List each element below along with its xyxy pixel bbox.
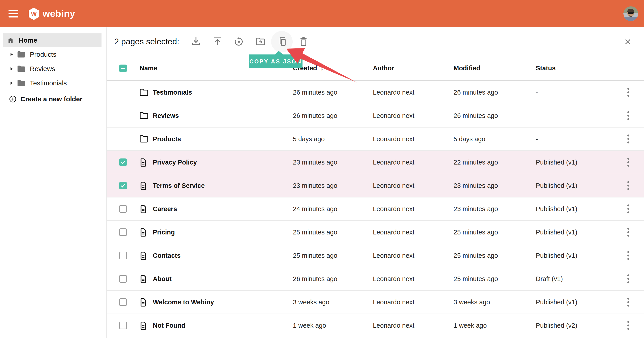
row-author: Leonardo next: [373, 252, 454, 259]
indeterminate-checkbox-icon: [119, 64, 127, 72]
unpublish-restore-button[interactable]: [228, 31, 250, 52]
row-name[interactable]: Pricing: [153, 228, 293, 236]
row-name[interactable]: Testimonials: [153, 89, 293, 96]
hamburger-menu-icon[interactable]: [8, 10, 18, 18]
row-created: 26 minutes ago: [293, 89, 373, 96]
row-name[interactable]: Products: [153, 136, 293, 143]
row-status: -: [536, 89, 613, 96]
sort-descending-icon[interactable]: ↓: [320, 64, 324, 72]
row-name[interactable]: About: [153, 275, 293, 283]
row-actions-menu-button[interactable]: [624, 274, 632, 284]
checked-checkbox-icon: [119, 158, 127, 166]
row-name[interactable]: Careers: [153, 205, 293, 213]
sidebar-folder-label: Reviews: [30, 65, 55, 72]
row-actions-menu-button[interactable]: [624, 134, 632, 144]
row-author: Leonardo next: [373, 89, 454, 96]
row-created: 3 weeks ago: [293, 298, 373, 306]
row-created: 1 week ago: [293, 322, 373, 329]
table-row-welcome-to-webiny[interactable]: Welcome to Webiny 3 weeks ago Leonardo n…: [107, 291, 644, 314]
row-status: Published (v1): [536, 298, 613, 306]
row-actions-menu-button[interactable]: [624, 227, 632, 237]
row-checkbox[interactable]: [119, 228, 127, 236]
row-actions-menu-button[interactable]: [624, 181, 632, 190]
table-row-terms-of-service[interactable]: Terms of Service 23 minutes ago Leonardo…: [107, 174, 644, 198]
table-row-products[interactable]: Products 5 days ago Leonardo next 5 days…: [107, 128, 644, 151]
folder-icon: [140, 135, 148, 143]
expand-arrow-icon[interactable]: [10, 81, 13, 85]
table-row-not-found[interactable]: Not Found 1 week ago Leonardo next 1 wee…: [107, 314, 644, 337]
table-row-pricing[interactable]: Pricing 25 minutes ago Leonardo next 25 …: [107, 221, 644, 244]
column-header-created[interactable]: Created↓: [293, 64, 373, 72]
row-actions-menu-button[interactable]: [624, 250, 632, 260]
row-name[interactable]: Welcome to Webiny: [153, 298, 293, 306]
row-author: Leonardo next: [373, 159, 454, 166]
webiny-logo-hexagon-icon: W: [28, 8, 40, 20]
row-checkbox[interactable]: [119, 322, 127, 329]
copy-as-json-button[interactable]: [271, 31, 293, 52]
table-row-privacy-policy[interactable]: Privacy Policy 23 minutes ago Leonardo n…: [107, 151, 644, 174]
document-icon: [140, 158, 147, 167]
table-row-testimonials[interactable]: Testimonials 26 minutes ago Leonardo nex…: [107, 81, 644, 104]
expand-arrow-icon[interactable]: [10, 53, 13, 56]
table-row-contacts[interactable]: Contacts 25 minutes ago Leonardo next 25…: [107, 244, 644, 268]
row-actions-menu-button[interactable]: [624, 111, 632, 120]
sidebar-item-reviews[interactable]: Reviews: [0, 62, 106, 76]
row-name[interactable]: Terms of Service: [153, 182, 293, 190]
row-checkbox[interactable]: [119, 182, 127, 190]
kebab-menu-icon: [627, 134, 630, 144]
sidebar-item-products[interactable]: Products: [0, 47, 106, 62]
create-folder-label: Create a new folder: [20, 95, 82, 103]
user-avatar[interactable]: [624, 6, 638, 21]
row-actions-menu-button[interactable]: [624, 320, 632, 330]
row-checkbox[interactable]: [119, 298, 127, 306]
row-actions-menu-button[interactable]: [624, 88, 632, 97]
row-name[interactable]: Contacts: [153, 252, 293, 259]
row-created: 5 days ago: [293, 136, 373, 143]
upload-icon: [212, 36, 224, 48]
row-created: 26 minutes ago: [293, 112, 373, 120]
folder-icon: [140, 88, 148, 96]
column-header-author[interactable]: Author: [373, 64, 454, 72]
row-actions-menu-button[interactable]: [624, 204, 632, 214]
row-author: Leonardo next: [373, 205, 454, 213]
row-actions-menu-button[interactable]: [624, 157, 632, 167]
table-row-about[interactable]: About 26 minutes ago Leonardo next 25 mi…: [107, 268, 644, 291]
column-header-modified[interactable]: Modified: [454, 64, 536, 72]
row-modified: 3 weeks ago: [454, 298, 536, 306]
table-row-careers[interactable]: Careers 24 minutes ago Leonardo next 23 …: [107, 198, 644, 221]
expand-arrow-icon[interactable]: [10, 67, 13, 70]
row-name[interactable]: Not Found: [153, 322, 293, 329]
row-actions-menu-button[interactable]: [624, 297, 632, 307]
kebab-menu-icon: [627, 251, 630, 260]
brand-wordmark: webiny: [42, 8, 75, 19]
create-new-folder-button[interactable]: Create a new folder: [0, 92, 106, 106]
document-icon: [140, 181, 147, 190]
row-created: 24 minutes ago: [293, 205, 373, 213]
sidebar-item-testimonials[interactable]: Testimonials: [0, 76, 106, 90]
document-icon: [140, 298, 147, 307]
delete-button[interactable]: [293, 31, 314, 52]
row-modified: 23 minutes ago: [454, 205, 536, 213]
select-all-checkbox[interactable]: [119, 64, 127, 72]
export-download-button[interactable]: [185, 31, 206, 52]
row-modified: 5 days ago: [454, 136, 536, 143]
kebab-menu-icon: [627, 274, 630, 284]
row-name[interactable]: Reviews: [153, 112, 293, 120]
checked-checkbox-icon: [119, 182, 127, 190]
table-row-reviews[interactable]: Reviews 26 minutes ago Leonardo next 26 …: [107, 104, 644, 128]
row-checkbox[interactable]: [119, 205, 127, 213]
row-status: -: [536, 136, 613, 143]
row-checkbox[interactable]: [119, 252, 127, 259]
row-created: 23 minutes ago: [293, 159, 373, 166]
sidebar-item-home[interactable]: Home: [3, 34, 102, 47]
close-selection-button[interactable]: [621, 34, 635, 49]
row-status: Draft (v1): [536, 275, 613, 283]
page-list-panel: 2 pages selected:: [107, 27, 644, 338]
column-header-status[interactable]: Status: [536, 64, 613, 72]
row-status: Published (v1): [536, 228, 613, 236]
move-to-folder-button[interactable]: [250, 31, 271, 52]
publish-button[interactable]: [206, 31, 228, 52]
row-name[interactable]: Privacy Policy: [153, 159, 293, 166]
row-checkbox[interactable]: [119, 275, 127, 283]
row-checkbox[interactable]: [119, 158, 127, 166]
